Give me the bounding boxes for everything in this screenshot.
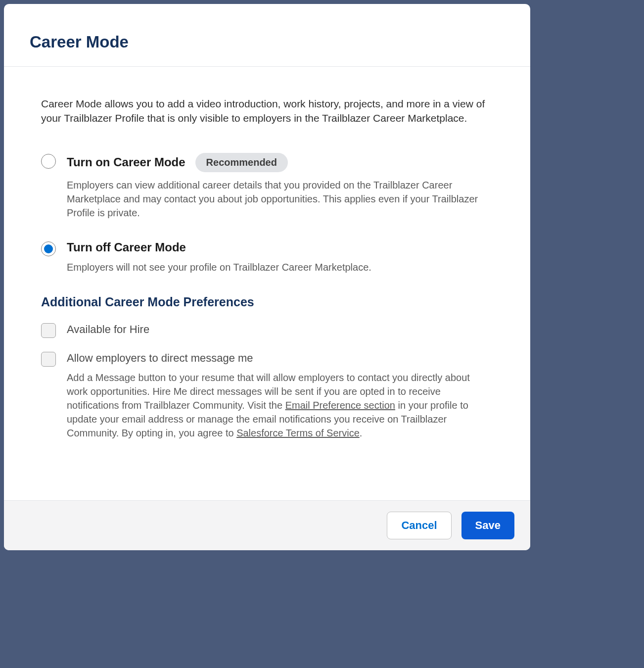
radio-desc-on: Employers can view additional career det…	[67, 178, 493, 220]
email-preference-link[interactable]: Email Preference section	[285, 400, 395, 411]
cancel-button[interactable]: Cancel	[387, 512, 451, 539]
radio-label-row-off: Turn off Career Mode	[67, 240, 493, 254]
radio-turn-off[interactable]	[41, 241, 56, 256]
radio-label-on: Turn on Career Mode	[67, 155, 185, 169]
checkbox-content-dm: Allow employers to direct message me Add…	[67, 352, 493, 440]
radio-content-off: Turn off Career Mode Employers will not …	[67, 240, 493, 274]
radio-content-on: Turn on Career Mode Recommended Employer…	[67, 153, 493, 220]
radio-turn-on[interactable]	[41, 154, 56, 169]
preferences-heading: Additional Career Mode Preferences	[41, 295, 493, 309]
terms-of-service-link[interactable]: Salesforce Terms of Service	[236, 428, 360, 438]
checkbox-option-hire: Available for Hire	[41, 323, 493, 338]
modal-header: Career Mode	[4, 4, 530, 67]
checkbox-label-dm: Allow employers to direct message me	[67, 352, 253, 364]
radio-desc-off: Employers will not see your profile on T…	[67, 260, 493, 274]
career-mode-modal: Career Mode Career Mode allows you to ad…	[4, 4, 530, 550]
checkbox-available-for-hire[interactable]	[41, 323, 56, 338]
recommended-badge: Recommended	[195, 153, 288, 172]
radio-option-off: Turn off Career Mode Employers will not …	[41, 240, 493, 274]
checkbox-content-hire: Available for Hire	[67, 323, 493, 336]
save-button[interactable]: Save	[461, 512, 514, 539]
checkbox-allow-dm[interactable]	[41, 352, 56, 367]
checkbox-desc-dm: Add a Message button to your resume that…	[67, 371, 493, 440]
radio-option-on: Turn on Career Mode Recommended Employer…	[41, 153, 493, 220]
checkbox-option-dm: Allow employers to direct message me Add…	[41, 352, 493, 440]
modal-footer: Cancel Save	[4, 500, 530, 550]
radio-dot-icon	[44, 244, 53, 253]
modal-body: Career Mode allows you to add a video in…	[4, 67, 530, 500]
intro-text: Career Mode allows you to add a video in…	[41, 96, 493, 126]
checkbox-label-hire: Available for Hire	[67, 323, 149, 335]
dm-desc-part3: .	[360, 428, 363, 438]
radio-label-row-on: Turn on Career Mode Recommended	[67, 153, 493, 172]
modal-title: Career Mode	[30, 33, 505, 51]
radio-label-off: Turn off Career Mode	[67, 240, 186, 254]
